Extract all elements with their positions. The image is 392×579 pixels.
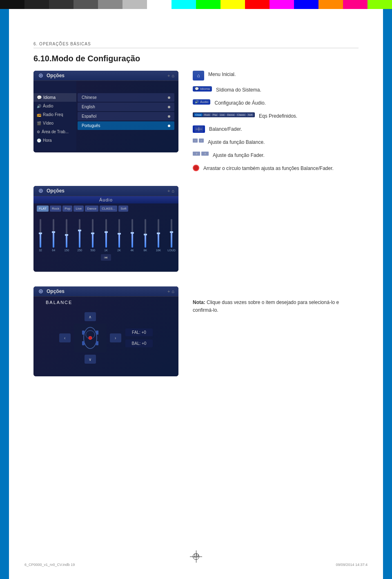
svg-rect-10: [82, 331, 85, 335]
blue-left-sidebar: [0, 9, 9, 579]
lang-chinese[interactable]: Chinese: [78, 93, 174, 102]
screen2-header: Opções + ⌂: [33, 186, 178, 196]
eq-track-150[interactable]: [66, 219, 67, 248]
desc-balance-adj-text: Ajuste da função Balance.: [208, 139, 265, 146]
section-label: 6. OPERAÇÕES BÁSICAS: [33, 42, 359, 48]
eq-footer-btn[interactable]: ⏮: [101, 254, 111, 261]
eq-track-8k[interactable]: [145, 219, 146, 248]
desc-fader-adj: ∨ ∧ Ajuste da função Fader.: [193, 152, 359, 159]
eq-live: Live: [219, 113, 226, 116]
screen1-title-text: Opções: [47, 73, 65, 78]
eq-btn-dance[interactable]: Dance: [85, 206, 98, 212]
eq-thumb-1k: [105, 231, 108, 233]
eq-label-16k: 16K: [156, 249, 161, 252]
language-panel: Chinese English Español: [78, 93, 174, 149]
video-icon: 🎬: [37, 121, 41, 125]
eq-track-250[interactable]: [79, 219, 80, 248]
menu-workspace[interactable]: ⚙ Área de Trab...: [33, 127, 76, 136]
color-green: [196, 0, 220, 9]
ui-idioma-icon: 💬 Idioma: [193, 86, 212, 92]
eq-thumb-loud: [170, 231, 173, 233]
lang-espanol-dot: [168, 115, 170, 118]
eq-btn-live[interactable]: Live: [74, 206, 84, 212]
desc-balance-fader: Balance/Fader.: [193, 125, 359, 133]
menu-workspace-label: Área de Trab...: [42, 130, 69, 134]
balance-down-btn[interactable]: ∨: [85, 355, 96, 364]
lang-espanol[interactable]: Español: [78, 112, 174, 121]
desc-audio-icon-container: 🔊 Áudio: [193, 99, 210, 105]
svg-point-5: [40, 190, 42, 192]
left-arrow-icon: ‹: [193, 139, 198, 143]
color-cyan: [172, 0, 196, 9]
prev-icon: ⏮: [104, 255, 108, 259]
eq-track-500[interactable]: [92, 219, 94, 248]
eq-track-1k[interactable]: [105, 219, 107, 248]
screen3-home-icon: ⌂: [172, 289, 174, 294]
eq-label-250: 250: [77, 249, 82, 252]
workspace-icon: ⚙: [37, 130, 40, 134]
screen1-content: 💬 Idioma 🔊 Áudio 📻 Radio Freq: [33, 81, 178, 151]
eq-track-2k[interactable]: [118, 219, 120, 248]
eq-fill-1k: [105, 232, 107, 248]
eq-btn-class[interactable]: CLASS...: [100, 206, 117, 212]
balance-controls: ∧ ‹: [59, 312, 121, 364]
menu-audio[interactable]: 🔊 Áudio: [33, 102, 76, 110]
eq-slider-4k: 4K: [127, 219, 137, 252]
eq-btn-rock[interactable]: Rock: [50, 206, 61, 212]
speech-icon: 💬: [37, 95, 42, 100]
desc-bf-icon-container: [193, 125, 205, 133]
menu-radio[interactable]: 📻 Radio Freq: [33, 110, 76, 119]
menu-hora-label: Hora: [43, 138, 52, 143]
desc-menu-inicial: ⌂ Menu Inicial.: [193, 71, 359, 80]
lang-english-label: English: [82, 105, 95, 109]
menu-radio-label: Radio Freq: [43, 112, 63, 117]
color-bar: [0, 0, 392, 9]
lang-english[interactable]: English: [78, 103, 174, 111]
audio-icon: 🔊: [37, 104, 41, 108]
color-orange: [318, 0, 343, 9]
right-col-note: Nota: Clique duas vezes sobre o item des…: [193, 286, 359, 383]
screen-audio: Opções + ⌂ Áudio FLAT Rock: [33, 186, 178, 272]
eq-track-4k[interactable]: [131, 219, 133, 248]
screen3-gear-icon: [38, 288, 44, 294]
eq-track-32[interactable]: [40, 219, 41, 248]
balance-left-btn[interactable]: ‹: [59, 333, 71, 342]
desc-balance-adj-icon-container: ‹ ›: [193, 139, 204, 143]
footer-right: 09/09/2014 14:37:4: [336, 563, 368, 567]
left-column-screen3: Opções + ⌂ BALANCE: [33, 286, 180, 383]
eq-rock: Rock: [203, 113, 211, 116]
blue-right-sidebar: [383, 9, 392, 579]
eq-classic: Classic: [236, 113, 246, 116]
eq-btn-pop[interactable]: Pop: [62, 206, 72, 212]
screen2-title-text: Opções: [47, 188, 65, 194]
svg-rect-12: [82, 341, 85, 345]
color-lime: [368, 0, 392, 9]
screen2-gear-icon: [38, 188, 44, 194]
eq-slider-1k: 1K: [101, 219, 111, 252]
menu-idioma[interactable]: 💬 Idioma: [33, 93, 76, 102]
menu-hora[interactable]: 🕐 Hora: [33, 136, 76, 145]
eq-fill-150: [66, 235, 67, 248]
desc-idioma: 💬 Idioma SIdioma do Sistema.: [193, 86, 359, 94]
balance-car-container: [74, 324, 107, 352]
balance-right-btn[interactable]: ›: [110, 333, 121, 342]
svg-point-7: [40, 291, 42, 292]
color-red: [245, 0, 270, 9]
eq-track-loud[interactable]: [171, 219, 172, 248]
eq-dance: Dance: [226, 113, 236, 116]
eq-track-16k[interactable]: [158, 219, 159, 248]
eq-track-64[interactable]: [53, 219, 54, 248]
lang-portugues[interactable]: Português: [78, 121, 174, 130]
balance-icon-inner: [194, 126, 203, 132]
desc-circle-drag: Arrastar o círculo também ajusta as funç…: [193, 165, 359, 172]
balance-up-btn[interactable]: ∧: [85, 312, 96, 321]
color-darkgray: [24, 0, 49, 9]
eq-btn-flat[interactable]: FLAT: [37, 206, 49, 212]
row-2: Opções + ⌂ Áudio FLAT Rock: [33, 186, 359, 278]
reg-mark-bottom-center: [190, 550, 202, 563]
desc-audio-text: Configuração de Áudio.: [214, 99, 265, 107]
menu-video[interactable]: 🎬 Vídeo: [33, 119, 76, 127]
left-column-screen2: Opções + ⌂ Áudio FLAT Rock: [33, 186, 180, 278]
screen3-header-actions: + ⌂: [167, 289, 174, 294]
eq-btn-soft[interactable]: Soft: [118, 206, 128, 212]
